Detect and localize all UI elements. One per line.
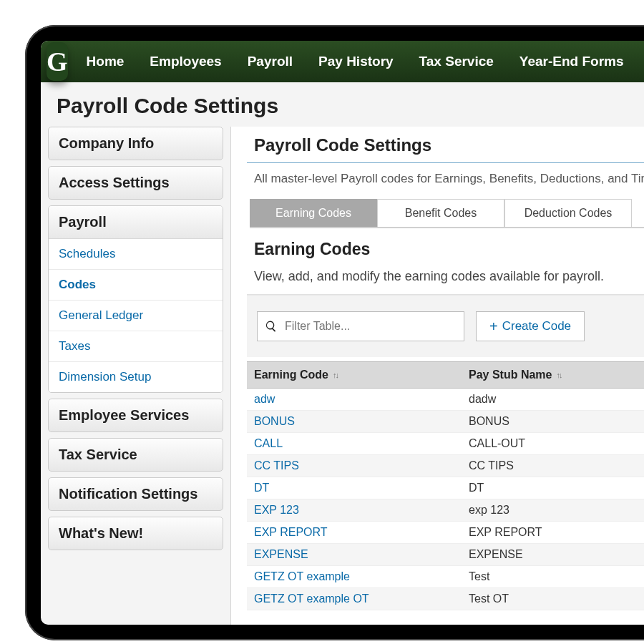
table-row: adwdadw	[247, 389, 644, 411]
app-logo[interactable]: G	[47, 42, 68, 81]
sidebar-head-company-info[interactable]: Company Info	[48, 127, 223, 160]
col-earning-code[interactable]: Earning Code ↑↓	[247, 362, 462, 388]
logo-letter: G	[47, 48, 68, 75]
sidebar: Company InfoAccess SettingsPayrollSchedu…	[41, 127, 230, 625]
filter-bar: + Create Code	[247, 295, 644, 357]
sort-icon: ↑↓	[556, 371, 561, 379]
pay-stub-name: CC TIPS	[462, 455, 644, 477]
top-nav: G HomeEmployeesPayrollPay HistoryTax Ser…	[41, 41, 644, 82]
pay-stub-name: DT	[462, 477, 644, 499]
app-screen: G HomeEmployeesPayrollPay HistoryTax Ser…	[41, 41, 644, 625]
pay-stub-name: EXPENSE	[462, 544, 644, 565]
earning-code-link[interactable]: BONUS	[247, 411, 462, 432]
table-header: Earning Code ↑↓ Pay Stub Name ↑↓	[247, 361, 644, 389]
sidebar-head-notification-settings[interactable]: Notification Settings	[48, 477, 223, 511]
earning-code-link[interactable]: adw	[247, 389, 462, 410]
filter-input[interactable]	[285, 320, 457, 333]
earning-code-link[interactable]: DT	[247, 477, 462, 499]
sidebar-link-taxes[interactable]: Taxes	[49, 331, 223, 362]
nav-item-tax-service[interactable]: Tax Service	[406, 41, 507, 82]
tab-benefit-codes[interactable]: Benefit Codes	[377, 199, 504, 227]
earning-code-link[interactable]: EXP 123	[247, 499, 462, 521]
pay-stub-name: Test OT	[462, 588, 644, 610]
table-row: EXPENSEEXPENSE	[247, 544, 644, 566]
nav-item-year-end-forms[interactable]: Year-End Forms	[507, 41, 637, 82]
sidebar-head-tax-service[interactable]: Tax Service	[48, 438, 223, 472]
sidebar-head-employee-services[interactable]: Employee Services	[48, 399, 223, 432]
main-panel: Payroll Code Settings All master-level P…	[230, 127, 644, 625]
sidebar-head-what-s-new-[interactable]: What's New!	[48, 517, 223, 550]
pay-stub-name: Test	[462, 566, 644, 587]
nav-item-payroll[interactable]: Payroll	[235, 41, 306, 82]
sidebar-section-payroll: PayrollSchedulesCodesGeneral LedgerTaxes…	[48, 205, 223, 393]
sidebar-head-access-settings[interactable]: Access Settings	[48, 166, 223, 200]
filter-box[interactable]	[257, 311, 464, 341]
col-pay-stub-name[interactable]: Pay Stub Name ↑↓	[462, 362, 644, 388]
pay-stub-name: BONUS	[462, 411, 644, 432]
create-code-button[interactable]: + Create Code	[476, 311, 585, 341]
section-title: Payroll Code Settings	[247, 132, 644, 163]
content-row: Company InfoAccess SettingsPayrollSchedu…	[41, 127, 644, 625]
nav-item-reports[interactable]: Reports	[637, 41, 644, 82]
sidebar-link-codes[interactable]: Codes	[49, 270, 223, 301]
device-frame: G HomeEmployeesPayrollPay HistoryTax Ser…	[25, 25, 644, 640]
pay-stub-name: exp 123	[462, 499, 644, 521]
search-icon	[265, 320, 278, 333]
tab-deduction-codes[interactable]: Deduction Codes	[504, 199, 632, 227]
table-row: GETZ OT exampleTest	[247, 566, 644, 588]
table-row: GETZ OT example OTTest OT	[247, 588, 644, 610]
section-subtitle: All master-level Payroll codes for Earni…	[247, 163, 644, 199]
plus-icon: +	[489, 319, 498, 333]
table-row: BONUSBONUS	[247, 411, 644, 433]
table-row: CALLCALL-OUT	[247, 433, 644, 455]
table-row: DTDT	[247, 477, 644, 499]
table-row: EXP REPORTEXP REPORT	[247, 522, 644, 544]
subsection-title: Earning Codes	[247, 228, 644, 263]
earning-code-link[interactable]: EXP REPORT	[247, 522, 462, 543]
pay-stub-name: dadw	[462, 389, 644, 410]
code-tabs: Earning CodesBenefit CodesDeduction Code…	[250, 199, 644, 228]
earning-code-link[interactable]: GETZ OT example OT	[247, 588, 462, 610]
codes-table: Earning Code ↑↓ Pay Stub Name ↑↓ adwdadw…	[247, 361, 644, 610]
earning-code-link[interactable]: GETZ OT example	[247, 566, 462, 587]
nav-item-employees[interactable]: Employees	[137, 41, 234, 82]
earning-code-link[interactable]: CALL	[247, 433, 462, 454]
earning-code-link[interactable]: EXPENSE	[247, 544, 462, 565]
page-title: Payroll Code Settings	[57, 94, 644, 118]
sidebar-link-general-ledger[interactable]: General Ledger	[49, 301, 223, 331]
sort-icon: ↑↓	[333, 371, 338, 379]
create-code-label: Create Code	[502, 319, 571, 333]
sidebar-head-payroll[interactable]: Payroll	[49, 206, 223, 239]
page-title-bar: Payroll Code Settings	[41, 82, 644, 127]
nav-item-home[interactable]: Home	[74, 41, 137, 82]
sidebar-link-dimension-setup[interactable]: Dimension Setup	[49, 362, 223, 392]
pay-stub-name: EXP REPORT	[462, 522, 644, 543]
earning-code-link[interactable]: CC TIPS	[247, 455, 462, 477]
nav-item-pay-history[interactable]: Pay History	[306, 41, 406, 82]
tab-earning-codes[interactable]: Earning Codes	[250, 199, 377, 227]
table-row: EXP 123exp 123	[247, 499, 644, 522]
subsection-desc: View, add, and modify the earning codes …	[247, 263, 644, 295]
sidebar-link-schedules[interactable]: Schedules	[49, 239, 223, 270]
table-row: CC TIPSCC TIPS	[247, 455, 644, 477]
pay-stub-name: CALL-OUT	[462, 433, 644, 454]
